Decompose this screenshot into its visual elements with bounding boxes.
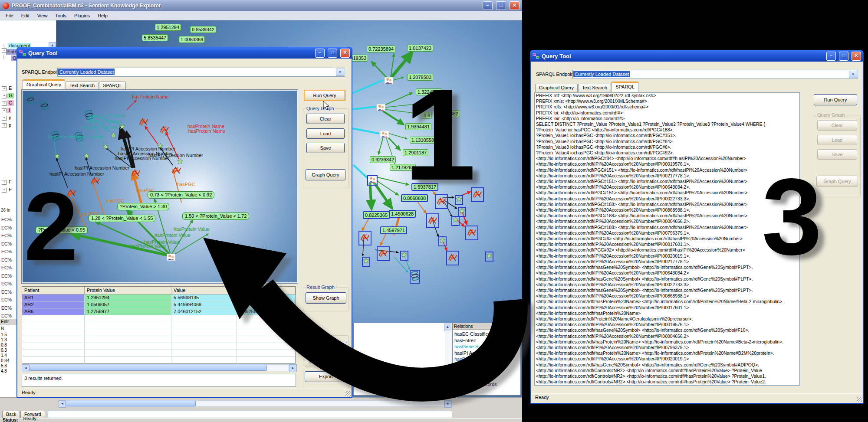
relation-item[interactable]: hasEntrez — [454, 337, 476, 344]
tree-stub-item[interactable]: F — [7, 187, 13, 193]
run-query-button[interactable]: Run Query — [814, 94, 857, 105]
tab-sparql[interactable]: SPARQL — [612, 82, 638, 92]
relation-item[interactable]: hasGene Symbol — [454, 343, 491, 350]
save-button[interactable]: Save — [817, 149, 857, 160]
scroll-down-icon[interactable]: ▼ — [444, 387, 451, 395]
people-node-icon[interactable] — [377, 104, 385, 113]
relation-item[interactable]: hasProtein Value — [454, 375, 490, 382]
list-item[interactable]: EC% — [1, 296, 12, 304]
hscroll-right-icon[interactable]: ► — [444, 400, 452, 408]
tree-stub-item[interactable]: F — [7, 179, 13, 185]
condition-box[interactable]: 1.50 < ?Protein_Value < 1.72 — [182, 213, 249, 220]
graph-query-button[interactable]: Graph Query — [306, 169, 345, 180]
protein-node-icon[interactable] — [465, 226, 478, 240]
condition-box[interactable]: 0.73 < ?Protein_Value < 0.92 — [148, 191, 214, 199]
tab-sparql[interactable]: SPARQL — [99, 82, 126, 90]
tree-expand-icon[interactable]: + — [2, 94, 7, 98]
value-label[interactable]: 1.0050368 — [179, 36, 205, 43]
star-node-icon[interactable] — [451, 216, 460, 226]
list-item[interactable]: EC% — [1, 232, 12, 239]
tab-graphical-query[interactable]: Graphical Query — [535, 84, 578, 92]
star-node-icon[interactable] — [400, 251, 408, 261]
tab-graphical-query[interactable]: Graphical Query — [23, 79, 65, 90]
star-node-icon[interactable] — [438, 236, 447, 246]
tree-expand-icon[interactable]: + — [2, 123, 7, 128]
table-header-1[interactable]: Protein Value — [85, 287, 171, 294]
close-icon[interactable]: ✕ — [510, 1, 519, 10]
tree-collapse-icon[interactable]: - — [2, 48, 7, 53]
protein-node-icon[interactable] — [159, 124, 170, 137]
tree-stub-item[interactable]: G — [7, 93, 14, 98]
tree-stub-item[interactable]: p — [7, 122, 13, 128]
table-hscrollbar[interactable]: ◄ ► — [22, 364, 296, 372]
list-item[interactable]: EC% — [1, 280, 12, 288]
star-node-icon[interactable] — [83, 153, 90, 161]
people-node-icon[interactable] — [167, 254, 175, 262]
star-node-icon[interactable] — [119, 124, 125, 132]
dna-node-icon[interactable] — [26, 94, 35, 106]
relation-item[interactable]: hasPGC — [454, 363, 473, 369]
condition-box[interactable]: 1.28 < ?Protein_Value < 1.55 — [89, 215, 155, 222]
load-button[interactable]: Load — [817, 135, 857, 145]
value-label[interactable]: 1.2951294 — [155, 24, 181, 31]
star-node-icon[interactable] — [54, 153, 60, 161]
value-label[interactable]: 0.9239342 — [370, 156, 396, 163]
graph-results-button[interactable]: Graph Results — [305, 342, 347, 353]
minimize-icon[interactable]: – — [315, 49, 325, 58]
relation-item[interactable]: hasEC Classification — [454, 331, 498, 337]
protein-node-icon[interactable] — [358, 231, 372, 245]
dna-node-icon[interactable] — [40, 100, 49, 112]
tree-stub-item[interactable]: G — [7, 100, 14, 106]
relation-item[interactable]: hasPatient — [454, 356, 477, 363]
maximize-icon[interactable]: □ — [328, 49, 337, 58]
graph-query-button[interactable]: Graph Query — [816, 176, 858, 187]
tree-expand-icon[interactable]: + — [2, 108, 7, 113]
minimize-icon[interactable]: – — [483, 1, 493, 10]
dna-node-icon[interactable] — [410, 270, 420, 284]
table-cell[interactable]: AR1 — [22, 294, 85, 301]
relation-item[interactable]: hasProtein Name — [454, 369, 491, 375]
protein-node-icon[interactable] — [377, 246, 390, 261]
protein-node-icon[interactable] — [426, 213, 439, 228]
table-cell[interactable]: 5.449994069 — [171, 301, 237, 308]
value-label[interactable]: 1.4597971 — [380, 226, 407, 234]
show-graph-button[interactable]: Show Graph — [306, 292, 346, 304]
list-item[interactable]: EC% — [1, 288, 12, 296]
close-icon[interactable]: ✕ — [340, 49, 350, 58]
table-header-3[interactable]: Value — [237, 287, 296, 294]
star-node-icon[interactable] — [102, 144, 109, 152]
people-node-icon[interactable] — [367, 175, 378, 186]
value-label[interactable]: 1.4500628 — [389, 210, 416, 218]
people-node-icon[interactable] — [380, 131, 389, 140]
table-cell[interactable]: 1.2756977 — [85, 308, 171, 315]
close-icon[interactable]: ✕ — [852, 52, 861, 61]
value-label[interactable]: 0.72235894 — [367, 46, 395, 52]
endpoint-combo[interactable]: Currently Loaded Dataset ▼ — [572, 70, 858, 79]
menu-item-tools[interactable]: Tools — [51, 12, 70, 19]
tree-expand-icon[interactable]: + — [2, 116, 7, 121]
menu-item-plugins[interactable]: Plugins — [70, 12, 94, 19]
chevron-down-icon[interactable]: ▼ — [336, 69, 344, 76]
protein-node-icon[interactable] — [446, 251, 459, 265]
star-node-icon[interactable] — [362, 257, 370, 267]
protein-node-icon[interactable] — [130, 167, 141, 180]
resize-grip[interactable] — [345, 391, 351, 396]
endpoint-combo[interactable]: Currently Loaded Dataset ▼ — [57, 68, 345, 77]
list-item[interactable]: EC% — [1, 248, 12, 255]
value-label[interactable]: 0.8225365 — [363, 211, 390, 219]
list-item[interactable]: EC% — [1, 224, 12, 232]
tree-stub-item[interactable]: E — [7, 85, 13, 91]
results-list-panel[interactable]: ▲ ▼ — [353, 323, 452, 396]
save-button[interactable]: Save — [306, 143, 345, 153]
table-cell[interactable]: 7.046012152 — [171, 308, 237, 315]
value-label[interactable]: 0.8539342 — [190, 26, 216, 33]
results-table[interactable]: PatientProtein ValueValueValueAR11.29512… — [22, 286, 296, 363]
table-cell[interactable]: 1.2951294 — [85, 294, 171, 301]
relation-item[interactable]: hasIPI Accession Number — [454, 350, 509, 357]
value-label[interactable]: 1.0137423 — [407, 45, 433, 52]
list-item[interactable]: EC% — [1, 256, 12, 264]
list-item[interactable]: EC% — [1, 264, 12, 272]
table-cell[interactable]: 1.0509057 — [85, 301, 171, 308]
tree-stub-item[interactable]: I — [7, 108, 11, 113]
export-button[interactable]: Export — [305, 371, 347, 382]
